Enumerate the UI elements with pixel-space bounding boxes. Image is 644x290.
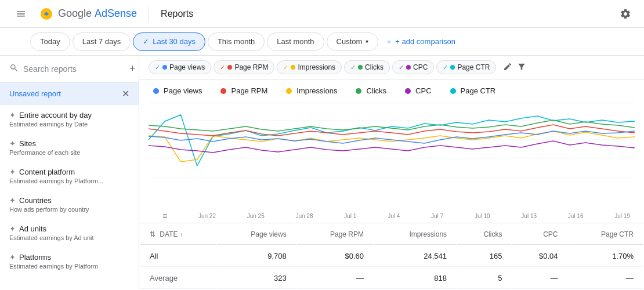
chart-area (139, 102, 644, 209)
filter-thismonth[interactable]: This month (208, 32, 265, 51)
filter-last7[interactable]: Last 7 days (73, 32, 131, 51)
sidebar-item-label-countries: Countries (19, 196, 52, 205)
data-table: ⇅ DATE ↑ Page views Page RPM Impressions… (139, 223, 644, 290)
legend-label-page-rpm: Page RPM (231, 86, 267, 95)
cell-all-date: All (140, 246, 216, 267)
date-label-5: Jul 7 (431, 213, 443, 219)
sidebar-item-platforms[interactable]: ✦ Platforms Estimated earnings by Platfo… (0, 247, 139, 276)
add-report-icon[interactable]: + (129, 63, 136, 75)
cell-avg-page-ctr: — (569, 268, 643, 289)
col-header-clicks[interactable]: Clicks (457, 224, 511, 245)
active-report-item[interactable]: Unsaved report ✕ (0, 82, 139, 105)
cell-avg-cpc: — (512, 268, 567, 289)
line-clicks (149, 120, 635, 131)
sidebar-item-ad-units[interactable]: ✦ Ad units Estimated earnings by Ad unit… (0, 219, 139, 247)
search-input[interactable] (23, 64, 125, 74)
sparkle-icon-sites: ✦ (9, 139, 16, 148)
cell-avg-impressions: 818 (374, 268, 456, 289)
sidebar-item-sites[interactable]: ✦ Sites Performance of each site ⋮ (0, 133, 139, 162)
filter-today[interactable]: Today (30, 32, 70, 51)
tab-dot-page-views (162, 65, 167, 70)
page-title: Reports (161, 9, 193, 19)
sidebar-item-desc-entire-account: Estimated earnings by Date (9, 121, 119, 128)
date-axis: ≡ Jun 22 Jun 25 Jun 28 Jul 1 Jul 4 Jul 7… (139, 209, 644, 223)
chart-svg (149, 102, 635, 177)
cell-avg-page-views: 323 (217, 268, 296, 289)
legend-label-impressions: Impressions (296, 86, 337, 95)
date-label-9: Jul 19 (614, 213, 630, 219)
filterbar: Today Last 7 days ✓ Last 30 days This mo… (0, 28, 644, 56)
tab-check-clicks: ✓ (350, 64, 356, 71)
tab-label-cpc: CPC (413, 63, 428, 71)
filter-lastmonth[interactable]: Last month (267, 32, 324, 51)
legend-label-cpc: CPC (415, 86, 431, 95)
tab-clicks[interactable]: ✓ Clicks (344, 60, 390, 74)
tab-label-impressions: Impressions (298, 63, 335, 71)
logo: Google AdSense (39, 7, 137, 21)
cell-all-cpc: $0.04 (512, 246, 567, 267)
legend-page-ctr: Page CTR (450, 86, 496, 95)
legend-dot-page-rpm (220, 88, 226, 94)
tab-dot-impressions (291, 65, 295, 70)
tab-page-ctr[interactable]: ✓ Page CTR (436, 60, 496, 74)
edit-metrics-icon[interactable] (503, 62, 512, 73)
tab-label-page-ctr: Page CTR (457, 63, 490, 71)
sidebar-item-label-platforms: Platforms (19, 253, 51, 262)
tab-label-page-rpm: Page RPM (234, 63, 268, 71)
tab-label-page-views: Page views (169, 63, 205, 71)
google-adsense-logo-icon (39, 7, 53, 21)
close-report-icon[interactable]: ✕ (122, 88, 129, 99)
topbar-divider (149, 7, 149, 21)
cell-avg-clicks: 5 (457, 268, 511, 289)
filter-chart-icon[interactable] (517, 62, 526, 73)
col-header-page-ctr[interactable]: Page CTR (569, 224, 643, 245)
sidebar-item-entire-account[interactable]: ✦ Entire account by day Estimated earnin… (0, 105, 139, 133)
sidebar-item-desc-countries: How ads perform by country (9, 206, 119, 213)
table-row-average: Average 323 — 818 5 — — (140, 268, 643, 289)
menu-button[interactable] (9, 9, 32, 19)
tab-dot-page-ctr (450, 65, 455, 70)
legend-dot-impressions (286, 88, 292, 94)
legend-dot-clicks (356, 88, 361, 94)
tab-dot-cpc (406, 65, 411, 70)
col-header-page-views[interactable]: Page views (217, 224, 296, 245)
col-header-cpc[interactable]: CPC (512, 224, 567, 245)
sidebar-item-content-platform[interactable]: ✦ Content platform Estimated earnings by… (0, 162, 139, 190)
tab-page-rpm[interactable]: ✓ Page RPM (214, 60, 274, 74)
tab-check-impressions: ✓ (283, 64, 288, 71)
check-icon: ✓ (143, 37, 149, 46)
legend-dot-page-ctr (450, 88, 456, 94)
active-report-label: Unsaved report (9, 89, 61, 98)
sparkle-icon-entire: ✦ (9, 111, 16, 119)
plus-icon: ＋ (385, 37, 393, 47)
dropdown-arrow-icon: ▾ (366, 38, 368, 45)
cell-all-page-rpm: $0.60 (297, 246, 373, 267)
filter-custom[interactable]: Custom ▾ (327, 32, 379, 51)
cell-avg-date: Average (140, 268, 216, 289)
sidebar-item-desc-content-platform: Estimated earnings by Platform... (9, 177, 119, 184)
search-icon (9, 63, 19, 74)
tab-page-views[interactable]: ✓ Page views (149, 60, 211, 74)
col-header-page-rpm[interactable]: Page RPM (297, 224, 373, 245)
col-header-date[interactable]: ⇅ DATE ↑ (140, 224, 216, 245)
sidebar-item-label-content-platform: Content platform (19, 168, 75, 176)
cell-all-clicks: 165 (457, 246, 511, 267)
legend-cpc: CPC (405, 86, 431, 95)
table-row-all: All 9,708 $0.60 24,541 165 $0.04 1.70% (140, 246, 643, 267)
filter-last30[interactable]: ✓ Last 30 days (133, 32, 205, 51)
chart-legend: Page views Page RPM Impressions Clicks C… (139, 79, 644, 102)
legend-impressions: Impressions (286, 86, 337, 95)
legend-label-page-views: Page views (164, 86, 202, 95)
add-comparison-button[interactable]: ＋ + add comparison (381, 32, 460, 51)
sidebar-item-label-entire-account: Entire account by day (19, 111, 92, 119)
cell-all-page-ctr: 1.70% (569, 246, 643, 267)
date-label-8: Jul 16 (568, 213, 584, 219)
tab-cpc[interactable]: ✓ CPC (392, 60, 434, 74)
sidebar-item-desc-ad-units: Estimated earnings by Ad unit (9, 234, 119, 241)
col-header-impressions[interactable]: Impressions (374, 224, 456, 245)
tab-impressions[interactable]: ✓ Impressions (277, 60, 342, 74)
sparkle-icon-content: ✦ (9, 168, 16, 176)
sidebar-item-countries[interactable]: ✦ Countries How ads perform by country ⋮ (0, 190, 139, 219)
add-comparison-label: + add comparison (395, 37, 455, 46)
settings-button[interactable] (616, 5, 635, 23)
